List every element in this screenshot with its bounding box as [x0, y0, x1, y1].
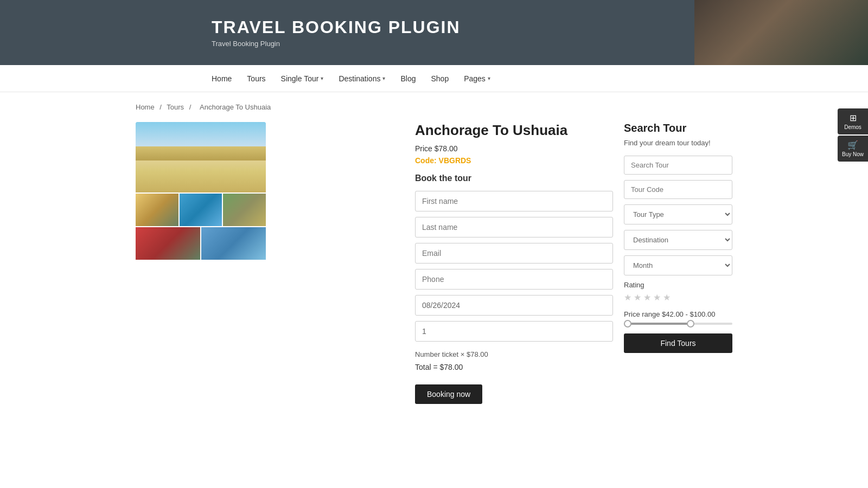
center-column: Anchorage To Ushuaia Price $78.00 Code: …: [415, 122, 624, 404]
ticket-info: Number ticket × $78.00: [415, 350, 613, 358]
breadcrumb-tours[interactable]: Tours: [167, 103, 184, 111]
total-info: Total = $78.00: [415, 363, 613, 371]
breadcrumb-home[interactable]: Home: [136, 103, 155, 111]
nav-shop[interactable]: Shop: [431, 74, 449, 83]
nav-tours[interactable]: Tours: [247, 74, 265, 83]
breadcrumb: Home / Tours / Anchorage To Ushuaia: [136, 92, 732, 111]
book-title: Book the tour: [415, 174, 613, 183]
chevron-down-icon: ▾: [321, 75, 323, 81]
navigation: Home Tours Single Tour ▾ Destinations ▾ …: [0, 65, 868, 92]
hero-subtitle: Travel Booking Plugin: [212, 40, 868, 48]
page-wrapper: Home / Tours / Anchorage To Ushuaia: [136, 92, 732, 404]
floating-buttons: ⊞ Demos 🛒 Buy Now: [838, 108, 868, 162]
demos-button[interactable]: ⊞ Demos: [838, 108, 868, 134]
month-select[interactable]: Month January February March April May J…: [624, 255, 732, 275]
gallery-thumb-4[interactable]: [136, 227, 200, 260]
quantity-input[interactable]: [415, 321, 613, 342]
breadcrumb-current: Anchorage To Ushuaia: [200, 103, 271, 111]
find-tours-button[interactable]: Find Tours: [624, 333, 732, 353]
gallery-thumb-1[interactable]: [136, 194, 178, 226]
gallery-main-image[interactable]: [136, 122, 266, 192]
nav-home[interactable]: Home: [212, 74, 232, 83]
star-5[interactable]: ★: [663, 292, 671, 303]
tour-title: Anchorage To Ushuaia: [415, 122, 613, 139]
email-input[interactable]: [415, 243, 613, 264]
nav-blog[interactable]: Blog: [400, 74, 416, 83]
star-1[interactable]: ★: [624, 292, 631, 303]
search-tour-title: Search Tour: [624, 122, 732, 134]
search-sidebar: Search Tour Find your dream tour today! …: [624, 122, 732, 353]
buy-now-button[interactable]: 🛒 Buy Now: [838, 136, 868, 162]
nav-single-tour[interactable]: Single Tour ▾: [281, 74, 324, 83]
nav-pages[interactable]: Pages ▾: [464, 74, 490, 83]
range-handle-right[interactable]: [687, 320, 694, 328]
gallery-grid: [136, 194, 266, 226]
tour-code-input[interactable]: [624, 180, 732, 199]
star-3[interactable]: ★: [643, 292, 651, 303]
price-range-label: Price range $42.00 - $100.00: [624, 310, 732, 318]
hero-section: TRAVEL BOOKING PLUGIN Travel Booking Plu…: [0, 0, 868, 65]
tour-price: Price $78.00: [415, 144, 613, 153]
star-2[interactable]: ★: [634, 292, 641, 303]
left-column: [136, 122, 415, 260]
gallery-thumb-3[interactable]: [223, 194, 266, 226]
search-tour-input[interactable]: [624, 156, 732, 175]
chevron-down-icon: ▾: [488, 75, 490, 81]
tour-gallery: [136, 122, 266, 260]
nav-destinations[interactable]: Destinations ▾: [339, 74, 385, 83]
chevron-down-icon: ▾: [382, 75, 385, 81]
star-4[interactable]: ★: [653, 292, 661, 303]
gallery-thumb-5[interactable]: [201, 227, 266, 260]
search-tour-subtitle: Find your dream tour today!: [624, 139, 732, 147]
phone-input[interactable]: [415, 269, 613, 290]
first-name-input[interactable]: [415, 191, 613, 211]
tour-code: Code: VBGRDS: [415, 156, 613, 165]
main-content: Anchorage To Ushuaia Price $78.00 Code: …: [136, 122, 732, 404]
price-range-slider[interactable]: [624, 323, 732, 325]
tour-type-select[interactable]: Tour Type Adventure Cultural Beach Mount…: [624, 204, 732, 224]
range-handle-left[interactable]: [624, 320, 631, 328]
gallery-bottom: [136, 227, 266, 260]
rating-stars: ★ ★ ★ ★ ★: [624, 292, 732, 303]
gallery-thumb-2[interactable]: [180, 194, 222, 226]
last-name-input[interactable]: [415, 217, 613, 237]
rating-label: Rating: [624, 281, 732, 289]
booking-now-button[interactable]: Booking now: [415, 384, 482, 404]
hero-title: TRAVEL BOOKING PLUGIN: [212, 17, 868, 37]
cart-icon: 🛒: [840, 140, 866, 150]
date-input[interactable]: [415, 295, 613, 316]
destination-select[interactable]: Destination Europe Asia Americas Africa: [624, 230, 732, 250]
demos-icon: ⊞: [840, 113, 866, 123]
